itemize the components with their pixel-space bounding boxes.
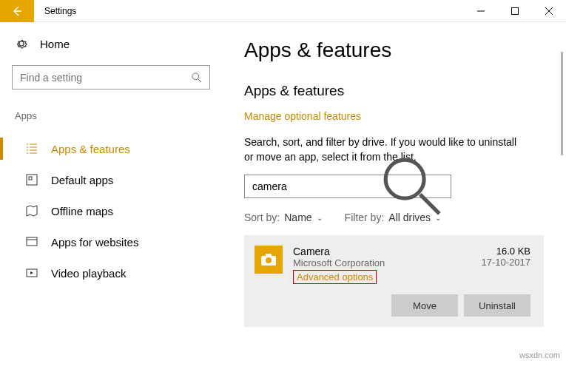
app-search-box[interactable]: [244, 175, 451, 198]
arrow-left-icon: [11, 5, 23, 17]
camera-icon: [261, 254, 276, 266]
watermark: wsxdn.com: [519, 351, 560, 359]
close-button[interactable]: [532, 0, 566, 22]
svg-point-4: [192, 72, 199, 79]
home-link[interactable]: Home: [12, 37, 210, 50]
app-publisher: Microsoft Corporation: [293, 257, 471, 268]
sidebar-item-video-playback[interactable]: Video playback: [12, 257, 210, 288]
sidebar-item-label: Offline maps: [51, 205, 113, 217]
page-title: Apps & features: [244, 38, 544, 62]
filter-label: Filter by:: [345, 212, 385, 223]
sidebar-item-label: Default apps: [51, 174, 113, 186]
chevron-down-icon: ⌄: [317, 214, 323, 222]
settings-search-input[interactable]: [20, 72, 192, 84]
sort-label: Sort by:: [244, 212, 280, 223]
sidebar-item-offline-maps[interactable]: Offline maps: [12, 195, 210, 226]
settings-search-box[interactable]: [12, 65, 210, 89]
window-controls: [464, 0, 566, 22]
filter-by-dropdown[interactable]: Filter by: All drives ⌄: [345, 212, 441, 223]
section-title: Apps & features: [244, 83, 544, 99]
svg-point-15: [266, 257, 272, 263]
filter-value: All drives: [388, 212, 431, 223]
window-title: Settings: [44, 6, 76, 16]
search-icon: [382, 156, 443, 217]
sidebar-item-apps-websites[interactable]: Apps for websites: [12, 226, 210, 257]
move-button[interactable]: Move: [391, 294, 458, 317]
minimize-button[interactable]: [464, 0, 498, 22]
maximize-button[interactable]: [498, 0, 532, 22]
sidebar: Home Apps Apps & features Default apps O…: [0, 22, 222, 392]
app-date: 17-10-2017: [482, 257, 531, 268]
app-tile-icon: [255, 246, 283, 274]
gear-icon: [15, 37, 28, 50]
main-panel: Apps & features Apps & features Manage o…: [222, 22, 566, 392]
map-icon: [25, 205, 38, 217]
svg-line-5: [198, 78, 201, 81]
svg-rect-7: [29, 177, 32, 180]
svg-rect-8: [27, 237, 37, 246]
chevron-down-icon: ⌄: [435, 214, 441, 222]
advanced-options-link[interactable]: Advanced options: [293, 270, 377, 284]
defaults-icon: [25, 174, 38, 186]
back-button[interactable]: [0, 0, 34, 22]
titlebar: Settings: [0, 0, 566, 22]
home-label: Home: [40, 38, 70, 50]
svg-rect-1: [512, 7, 519, 14]
manage-optional-features-link[interactable]: Manage optional features: [244, 110, 361, 122]
sidebar-item-default-apps[interactable]: Default apps: [12, 164, 210, 195]
minimize-icon: [477, 7, 485, 15]
app-list-item[interactable]: Camera Microsoft Corporation Advanced op…: [244, 235, 544, 327]
close-icon: [545, 7, 553, 15]
list-icon: [25, 143, 38, 155]
sort-by-dropdown[interactable]: Sort by: Name ⌄: [244, 212, 323, 223]
websites-icon: [25, 236, 38, 249]
svg-point-11: [385, 160, 424, 198]
sidebar-item-label: Apps & features: [51, 143, 130, 155]
sidebar-item-apps-features[interactable]: Apps & features: [12, 133, 210, 164]
maximize-icon: [511, 7, 519, 15]
sidebar-item-label: Video playback: [51, 267, 126, 280]
svg-line-12: [420, 195, 439, 214]
sidebar-category: Apps: [12, 110, 210, 121]
scrollbar[interactable]: [561, 52, 563, 155]
app-size: 16.0 KB: [482, 246, 531, 257]
video-icon: [25, 267, 38, 280]
app-search-input[interactable]: [252, 180, 382, 192]
sort-value: Name: [284, 212, 311, 223]
app-name: Camera: [293, 246, 471, 257]
sidebar-item-label: Apps for websites: [51, 236, 138, 249]
uninstall-button[interactable]: Uninstall: [464, 294, 530, 317]
svg-rect-14: [266, 254, 272, 257]
search-icon: [192, 72, 202, 83]
